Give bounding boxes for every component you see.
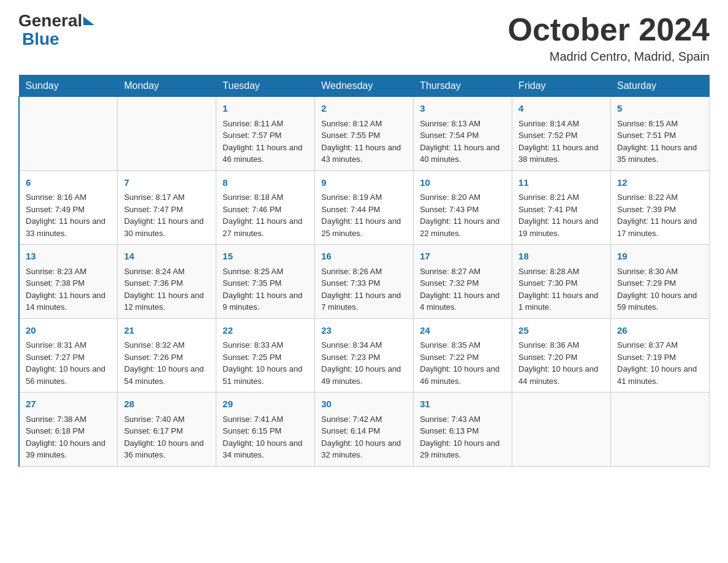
calendar-cell: 29Sunrise: 7:41 AMSunset: 6:15 PMDayligh…	[216, 393, 315, 467]
day-info: Sunrise: 8:18 AMSunset: 7:46 PMDaylight:…	[222, 191, 308, 239]
calendar-cell: 13Sunrise: 8:23 AMSunset: 7:38 PMDayligh…	[19, 245, 118, 319]
day-info: Sunrise: 8:26 AMSunset: 7:33 PMDaylight:…	[321, 266, 407, 313]
calendar-cell: 30Sunrise: 7:42 AMSunset: 6:14 PMDayligh…	[315, 393, 414, 467]
calendar-cell: 27Sunrise: 7:38 AMSunset: 6:18 PMDayligh…	[19, 393, 118, 467]
day-number: 9	[321, 176, 407, 190]
calendar-cell: 9Sunrise: 8:19 AMSunset: 7:44 PMDaylight…	[315, 170, 414, 245]
day-number: 1	[222, 102, 308, 116]
month-year-title: October 2024	[508, 12, 710, 47]
day-info: Sunrise: 7:43 AMSunset: 6:13 PMDaylight:…	[420, 413, 506, 461]
calendar-cell: 8Sunrise: 8:18 AMSunset: 7:46 PMDaylight…	[216, 170, 315, 245]
day-info: Sunrise: 7:42 AMSunset: 6:14 PMDaylight:…	[321, 413, 407, 461]
day-info: Sunrise: 8:23 AMSunset: 7:38 PMDaylight:…	[26, 266, 111, 313]
calendar-cell: 16Sunrise: 8:26 AMSunset: 7:33 PMDayligh…	[315, 245, 414, 319]
day-info: Sunrise: 8:17 AMSunset: 7:47 PMDaylight:…	[124, 191, 210, 239]
calendar-cell: 17Sunrise: 8:27 AMSunset: 7:32 PMDayligh…	[414, 245, 512, 319]
weekday-header-thursday: Thursday	[414, 75, 512, 97]
calendar-cell: 1Sunrise: 8:11 AMSunset: 7:57 PMDaylight…	[216, 97, 315, 171]
day-info: Sunrise: 8:31 AMSunset: 7:27 PMDaylight:…	[26, 339, 111, 387]
day-number: 10	[420, 176, 506, 190]
calendar-cell: 23Sunrise: 8:34 AMSunset: 7:23 PMDayligh…	[315, 318, 414, 393]
day-number: 31	[420, 397, 506, 412]
calendar-cell: 28Sunrise: 7:40 AMSunset: 6:17 PMDayligh…	[118, 393, 216, 467]
day-info: Sunrise: 8:25 AMSunset: 7:35 PMDaylight:…	[222, 266, 308, 313]
title-area: October 2024 Madrid Centro, Madrid, Spai…	[508, 12, 710, 64]
calendar-cell: 31Sunrise: 7:43 AMSunset: 6:13 PMDayligh…	[414, 393, 512, 467]
calendar-week-row: 6Sunrise: 8:16 AMSunset: 7:49 PMDaylight…	[19, 170, 710, 245]
calendar-cell: 12Sunrise: 8:22 AMSunset: 7:39 PMDayligh…	[611, 170, 710, 245]
calendar-cell	[611, 393, 710, 467]
calendar-cell: 5Sunrise: 8:15 AMSunset: 7:51 PMDaylight…	[611, 97, 710, 171]
day-number: 23	[321, 324, 407, 338]
day-number: 17	[420, 250, 506, 264]
calendar-cell	[19, 97, 118, 171]
day-info: Sunrise: 8:34 AMSunset: 7:23 PMDaylight:…	[321, 339, 407, 387]
day-info: Sunrise: 8:21 AMSunset: 7:41 PMDaylight:…	[518, 191, 604, 239]
day-info: Sunrise: 7:40 AMSunset: 6:17 PMDaylight:…	[124, 413, 210, 461]
day-number: 30	[321, 397, 407, 412]
calendar-table: SundayMondayTuesdayWednesdayThursdayFrid…	[18, 75, 710, 467]
day-number: 16	[321, 250, 407, 264]
day-info: Sunrise: 8:12 AMSunset: 7:55 PMDaylight:…	[321, 118, 407, 166]
calendar-week-row: 27Sunrise: 7:38 AMSunset: 6:18 PMDayligh…	[19, 393, 710, 467]
weekday-header-monday: Monday	[118, 75, 216, 97]
day-info: Sunrise: 8:13 AMSunset: 7:54 PMDaylight:…	[420, 118, 506, 166]
calendar-cell: 11Sunrise: 8:21 AMSunset: 7:41 PMDayligh…	[512, 170, 611, 245]
logo-general-text: General	[18, 12, 82, 29]
day-info: Sunrise: 8:27 AMSunset: 7:32 PMDaylight:…	[420, 266, 506, 313]
weekday-header-saturday: Saturday	[611, 75, 710, 97]
calendar-cell: 26Sunrise: 8:37 AMSunset: 7:19 PMDayligh…	[611, 318, 710, 393]
day-number: 14	[124, 250, 210, 264]
day-info: Sunrise: 7:38 AMSunset: 6:18 PMDaylight:…	[26, 413, 111, 461]
calendar-cell: 2Sunrise: 8:12 AMSunset: 7:55 PMDaylight…	[315, 97, 414, 171]
calendar-cell: 14Sunrise: 8:24 AMSunset: 7:36 PMDayligh…	[118, 245, 216, 319]
day-info: Sunrise: 8:14 AMSunset: 7:52 PMDaylight:…	[518, 118, 604, 166]
calendar-cell: 22Sunrise: 8:33 AMSunset: 7:25 PMDayligh…	[216, 318, 315, 393]
logo-arrow-icon	[83, 17, 94, 25]
calendar-cell: 24Sunrise: 8:35 AMSunset: 7:22 PMDayligh…	[414, 318, 512, 393]
location-subtitle: Madrid Centro, Madrid, Spain	[508, 50, 710, 64]
day-info: Sunrise: 8:22 AMSunset: 7:39 PMDaylight:…	[617, 191, 703, 239]
day-number: 28	[124, 397, 210, 412]
day-number: 29	[222, 397, 308, 412]
day-number: 2	[321, 102, 407, 116]
day-info: Sunrise: 8:19 AMSunset: 7:44 PMDaylight:…	[321, 191, 407, 239]
calendar-cell: 21Sunrise: 8:32 AMSunset: 7:26 PMDayligh…	[118, 318, 216, 393]
day-number: 22	[222, 324, 308, 338]
day-number: 20	[26, 324, 111, 338]
day-number: 12	[617, 176, 703, 190]
weekday-header-wednesday: Wednesday	[315, 75, 414, 97]
day-number: 27	[26, 397, 111, 412]
calendar-week-row: 1Sunrise: 8:11 AMSunset: 7:57 PMDaylight…	[19, 97, 710, 171]
day-info: Sunrise: 8:24 AMSunset: 7:36 PMDaylight:…	[124, 266, 210, 313]
day-number: 26	[617, 324, 703, 338]
day-info: Sunrise: 8:11 AMSunset: 7:57 PMDaylight:…	[222, 118, 308, 166]
calendar-week-row: 13Sunrise: 8:23 AMSunset: 7:38 PMDayligh…	[19, 245, 710, 319]
day-number: 19	[617, 250, 703, 264]
day-number: 21	[124, 324, 210, 338]
calendar-cell: 25Sunrise: 8:36 AMSunset: 7:20 PMDayligh…	[512, 318, 611, 393]
weekday-header-friday: Friday	[512, 75, 611, 97]
weekday-header-row: SundayMondayTuesdayWednesdayThursdayFrid…	[19, 75, 710, 97]
day-info: Sunrise: 7:41 AMSunset: 6:15 PMDaylight:…	[222, 413, 308, 461]
day-number: 6	[26, 176, 111, 190]
day-info: Sunrise: 8:20 AMSunset: 7:43 PMDaylight:…	[420, 191, 506, 239]
day-number: 15	[222, 250, 308, 264]
calendar-cell: 19Sunrise: 8:30 AMSunset: 7:29 PMDayligh…	[611, 245, 710, 319]
day-info: Sunrise: 8:16 AMSunset: 7:49 PMDaylight:…	[26, 191, 111, 239]
day-number: 4	[518, 102, 604, 116]
calendar-cell: 10Sunrise: 8:20 AMSunset: 7:43 PMDayligh…	[414, 170, 512, 245]
day-info: Sunrise: 8:37 AMSunset: 7:19 PMDaylight:…	[617, 339, 703, 387]
calendar-cell: 3Sunrise: 8:13 AMSunset: 7:54 PMDaylight…	[414, 97, 512, 171]
calendar-cell: 7Sunrise: 8:17 AMSunset: 7:47 PMDaylight…	[118, 170, 216, 245]
day-info: Sunrise: 8:32 AMSunset: 7:26 PMDaylight:…	[124, 339, 210, 387]
day-info: Sunrise: 8:30 AMSunset: 7:29 PMDaylight:…	[617, 266, 703, 313]
calendar-cell: 15Sunrise: 8:25 AMSunset: 7:35 PMDayligh…	[216, 245, 315, 319]
day-number: 13	[26, 250, 111, 264]
day-number: 25	[518, 324, 604, 338]
calendar-cell	[512, 393, 611, 467]
day-info: Sunrise: 8:36 AMSunset: 7:20 PMDaylight:…	[518, 339, 604, 387]
day-number: 18	[518, 250, 604, 264]
day-number: 7	[124, 176, 210, 190]
day-info: Sunrise: 8:15 AMSunset: 7:51 PMDaylight:…	[617, 118, 703, 166]
